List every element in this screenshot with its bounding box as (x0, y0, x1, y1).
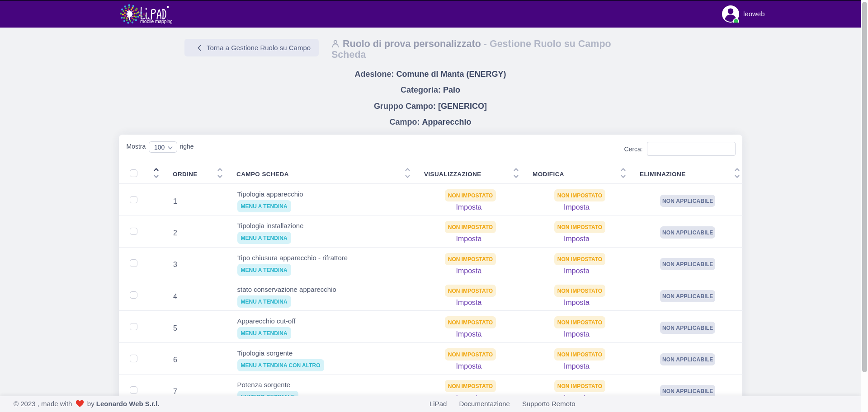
svg-text:mobile mapping: mobile mapping (140, 19, 172, 24)
